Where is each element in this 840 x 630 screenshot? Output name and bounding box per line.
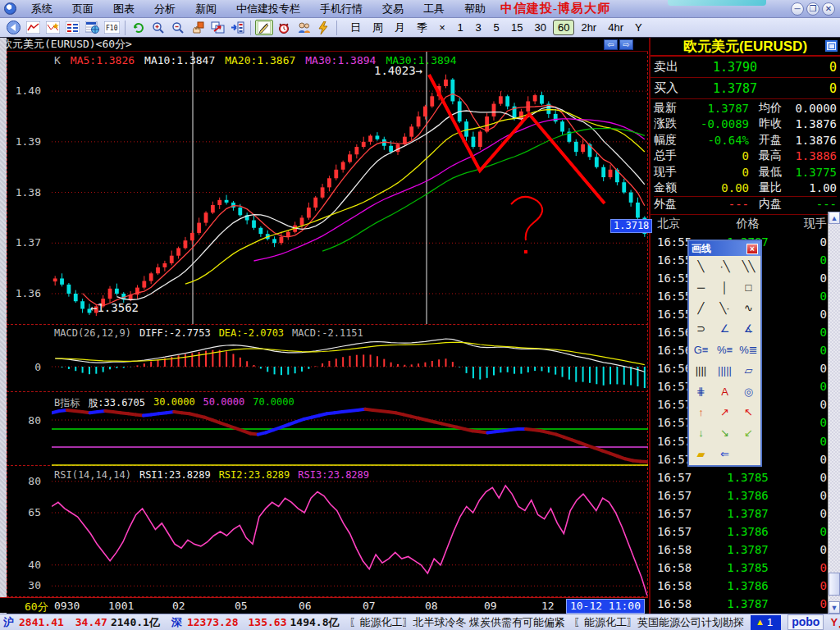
tick-chart-icon[interactable]	[43, 20, 62, 35]
tape-row[interactable]: 16:571.37860	[651, 486, 840, 504]
zoom-out-icon[interactable]	[169, 20, 187, 35]
period-button-4hr[interactable]: 4hr	[603, 20, 628, 35]
menu-item-5[interactable]: 中信建投专栏	[228, 0, 308, 18]
fibonacci-lines-icon[interactable]: %≣	[737, 340, 760, 360]
sz-label[interactable]: 深	[171, 615, 182, 630]
drag-hand-icon[interactable]	[189, 20, 207, 35]
text-tool-icon[interactable]: A	[713, 381, 737, 401]
segment-line-icon[interactable]: ╱	[689, 298, 713, 318]
arrow-up-icon[interactable]: ↑	[689, 402, 713, 422]
menu-item-6[interactable]: 手机行情	[312, 0, 371, 18]
zoom-in-icon[interactable]	[149, 20, 167, 35]
vertical-line-icon[interactable]: │	[713, 276, 737, 297]
arrow-down-icon[interactable]: ↓	[689, 422, 713, 443]
pitchfork-icon[interactable]: ⋕	[689, 381, 713, 401]
period-button-×[interactable]: ×	[434, 20, 450, 35]
period-button-日[interactable]: 日	[345, 19, 366, 37]
switch-window-icon[interactable]	[208, 20, 226, 35]
restore-button[interactable]: ❐	[806, 2, 819, 16]
tape-row[interactable]: 16:581.37870	[651, 595, 840, 613]
drawing-toolbar[interactable]: 画线 × ╲·╲╲╲─│□╱╲·∿⊃∠∡G≡%≡%≣|||||||||▱⋕A◎↑…	[687, 240, 762, 467]
arrow-up-right-icon[interactable]: ↗	[713, 402, 737, 422]
sh-label[interactable]: 沪	[3, 615, 14, 630]
back-icon[interactable]	[4, 20, 22, 35]
tape-row[interactable]: 16:571.37860	[651, 523, 840, 541]
percent-lines-icon[interactable]: %≡	[713, 340, 737, 360]
refresh-icon[interactable]	[130, 20, 148, 35]
channel-icon[interactable]: ▱	[737, 360, 760, 381]
news-item-1[interactable]: 〖能源化工〗北半球冷冬 煤炭供需有可能偏紧	[349, 615, 565, 630]
tape-row[interactable]: 16:571.37870	[651, 504, 840, 523]
menu-item-1[interactable]: 页面	[64, 0, 102, 18]
buy-row[interactable]: 买入 1.3787 0	[651, 78, 840, 99]
angle-lines-icon[interactable]: ∠	[713, 318, 737, 339]
parallel-lines-icon[interactable]: ╲╲	[737, 256, 760, 276]
tape-scrollbar[interactable]: ▲ ▼	[828, 212, 840, 614]
cycle-lines-icon[interactable]: |||||	[713, 360, 737, 381]
blank-icon[interactable]	[737, 444, 760, 464]
gann-grid-icon[interactable]: G≡	[689, 340, 713, 360]
sell-row[interactable]: 卖出 1.3790 0	[651, 57, 840, 78]
palette-title-bar[interactable]: 画线 ×	[689, 241, 760, 256]
rectangle-icon[interactable]: □	[737, 276, 760, 297]
scroll-thumb[interactable]	[829, 573, 840, 596]
tape-row[interactable]: 16:581.37870	[651, 541, 840, 559]
arc-icon[interactable]: ⊃	[689, 318, 713, 339]
point-segment-icon[interactable]: ╲·	[713, 298, 737, 318]
arrow-down-right-icon[interactable]: ↘	[713, 422, 737, 443]
eraser-icon[interactable]: ▰	[689, 444, 713, 464]
menu-item-4[interactable]: 新闻	[187, 0, 225, 18]
quote-list-icon[interactable]	[63, 20, 81, 35]
period-button-周[interactable]: 周	[368, 19, 388, 37]
palette-close-icon[interactable]: ×	[746, 244, 758, 254]
period-button-2hr[interactable]: 2hr	[576, 20, 601, 35]
alert-indicator[interactable]: ▲1	[751, 615, 781, 630]
alarm-icon[interactable]	[275, 20, 293, 35]
period-button-季[interactable]: 季	[412, 19, 432, 37]
scroll-up-icon[interactable]: ▲	[829, 212, 840, 224]
lightning-icon[interactable]	[314, 20, 332, 35]
period-button-30[interactable]: 30	[529, 20, 550, 35]
tape-row[interactable]: 16:581.37860	[651, 577, 840, 595]
minimize-button[interactable]: ─	[791, 2, 804, 16]
prev-contract-button[interactable]: ⇦	[604, 39, 618, 50]
rsi-chart[interactable]	[52, 479, 648, 596]
vertical-grid-icon[interactable]: ||||	[689, 360, 713, 381]
panel-mode-icon[interactable]	[825, 40, 838, 52]
goto-icon[interactable]	[228, 20, 246, 35]
period-button-月[interactable]: 月	[390, 19, 410, 37]
cycle-circle-icon[interactable]: ◎	[737, 381, 760, 401]
period-button-60[interactable]: 60	[553, 20, 574, 35]
arrow-up-left-icon[interactable]: ↖	[737, 402, 760, 422]
menu-item-2[interactable]: 图表	[105, 0, 143, 18]
trend-line-icon[interactable]: ╲	[689, 256, 713, 276]
gann-fan-icon[interactable]: ∡	[737, 318, 760, 339]
menu-item-8[interactable]: 工具	[415, 0, 453, 18]
line-chart-icon[interactable]	[24, 20, 42, 35]
arrow-down-left-icon[interactable]: ↙	[737, 422, 760, 443]
users-icon[interactable]	[294, 20, 313, 35]
menu-item-3[interactable]: 分析	[146, 0, 184, 18]
tape-row[interactable]: 16:581.37850	[651, 559, 840, 577]
scroll-down-icon[interactable]: ▼	[829, 601, 840, 614]
f10-icon[interactable]: F10	[103, 20, 121, 35]
horizontal-line-icon[interactable]: ─	[689, 276, 713, 297]
app-logo-icon[interactable]	[4, 2, 16, 15]
menu-item-7[interactable]: 交易	[374, 0, 412, 18]
tape-row[interactable]: 16:571.37850	[651, 468, 840, 486]
news-item-2[interactable]: 〖能源化工〗英国能源公司计划勘探	[573, 615, 744, 630]
close-button[interactable]: ✕	[822, 2, 835, 16]
menu-item-0[interactable]: 系统	[23, 0, 61, 18]
undo-tool-icon[interactable]: ⇐	[713, 444, 737, 464]
report-table-icon[interactable]	[83, 20, 101, 35]
period-button-1[interactable]: 1	[452, 20, 468, 35]
period-button-Y[interactable]: Y	[630, 20, 647, 35]
draw-line-icon[interactable]	[255, 20, 273, 35]
period-button-15[interactable]: 15	[506, 20, 527, 35]
wave-line-icon[interactable]: ∿	[737, 298, 760, 318]
b-indicator-chart[interactable]	[52, 402, 648, 466]
next-contract-button[interactable]: ⇨	[619, 39, 633, 50]
period-button-3[interactable]: 3	[470, 20, 486, 35]
ray-line-icon[interactable]: ·╲	[713, 256, 737, 276]
period-button-5[interactable]: 5	[488, 20, 504, 35]
